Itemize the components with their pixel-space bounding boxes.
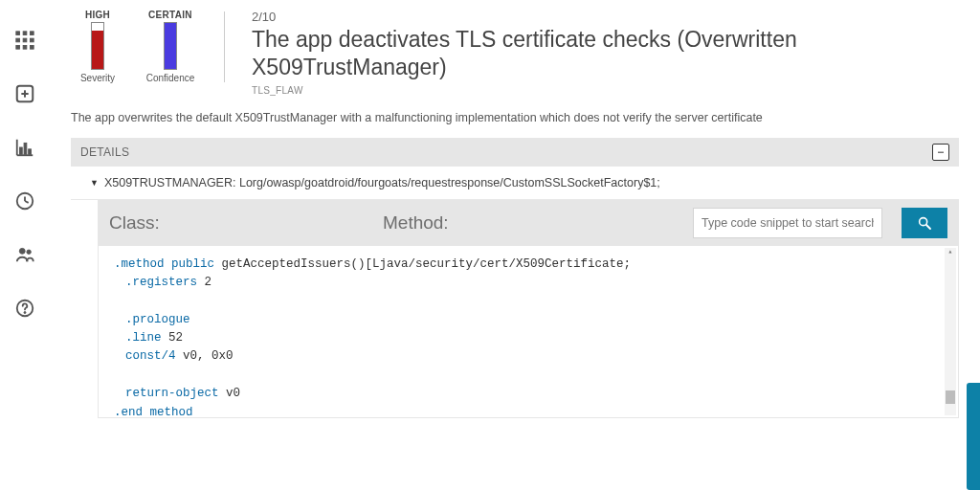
svg-line-25 [926,225,930,229]
divider [224,11,225,82]
users-icon[interactable] [11,241,38,268]
svg-rect-6 [16,46,20,50]
severity-gauge: HIGH Severity [71,10,124,83]
caret-down-icon: ▼ [90,178,99,188]
finding-title: The app deactivates TLS certificate chec… [252,26,959,81]
svg-rect-2 [31,32,34,35]
svg-rect-4 [23,38,27,42]
method-label: Method: [383,212,674,234]
minus-icon: − [937,145,944,159]
finding-tag: TLS_FLAW [252,85,959,96]
tree-item[interactable]: ▼ X509TRUSTMANAGER: Lorg/owasp/goatdroid… [71,167,959,200]
svg-rect-15 [24,143,27,154]
search-icon [917,215,932,231]
confidence-gauge: CERTAIN Confidence [144,10,197,83]
plus-box-icon[interactable] [11,80,38,107]
left-rail [0,0,50,490]
svg-rect-7 [23,46,27,50]
svg-point-20 [19,248,25,254]
finding-panel: HIGH Severity CERTAIN Confidence 2/10 Th… [50,0,980,490]
side-peek[interactable] [967,383,980,490]
code-header: Class: Method: [98,200,959,246]
help-icon[interactable] [11,295,38,322]
svg-line-19 [25,201,29,203]
bar-chart-icon[interactable] [11,134,38,161]
tree-item-label: X509TRUSTMANAGER: Lorg/owasp/goatdroid/f… [104,176,660,189]
svg-rect-14 [20,147,23,154]
svg-rect-8 [31,46,34,50]
svg-point-21 [27,250,31,254]
class-label: Class: [109,212,364,234]
grid-icon[interactable] [11,27,38,54]
gauges: HIGH Severity CERTAIN Confidence [71,10,197,83]
scroll-up-icon[interactable]: ▴ [945,248,956,257]
scroll-thumb[interactable] [946,390,955,404]
details-header[interactable]: DETAILS − [71,138,959,167]
svg-rect-3 [16,38,20,42]
confidence-label: Confidence [146,73,195,83]
code-viewer[interactable]: .method public getAcceptedIssuers()[Ljav… [98,246,959,418]
code-search-input[interactable] [693,208,882,238]
severity-label: Severity [80,73,115,83]
severity-level: HIGH [85,10,110,20]
details-header-label: DETAILS [80,145,129,159]
confidence-level: CERTAIN [148,10,192,20]
clock-icon[interactable] [11,188,38,214]
finding-description: The app overwrites the default X509Trust… [71,111,959,124]
svg-rect-16 [29,149,32,155]
svg-point-23 [24,312,26,314]
svg-rect-1 [23,32,27,35]
svg-rect-0 [16,32,20,35]
collapse-button[interactable]: − [932,144,949,161]
code-search-button[interactable] [902,208,947,238]
finding-index: 2/10 [252,10,959,24]
svg-rect-5 [31,38,34,42]
